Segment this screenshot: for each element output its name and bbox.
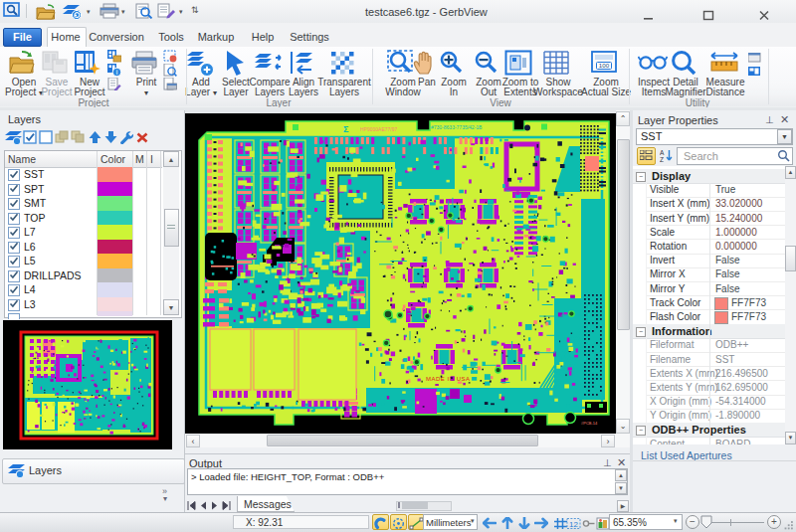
svg-text:12: 12 [569,520,578,529]
svg-text:Σ: Σ [343,124,349,134]
svg-text:Z: Z [660,156,664,163]
svg-text:100: 100 [599,62,610,69]
svg-text:#730-8633-7735/42-1B: #730-8633-7735/42-1B [431,124,483,130]
svg-text:#PCB-14: #PCB-14 [581,421,598,426]
svg-text:MADE IN USA: MADE IN USA [426,376,471,382]
svg-text:HP9000AE77/97: HP9000AE77/97 [360,126,397,132]
svg-text:A: A [660,149,665,156]
